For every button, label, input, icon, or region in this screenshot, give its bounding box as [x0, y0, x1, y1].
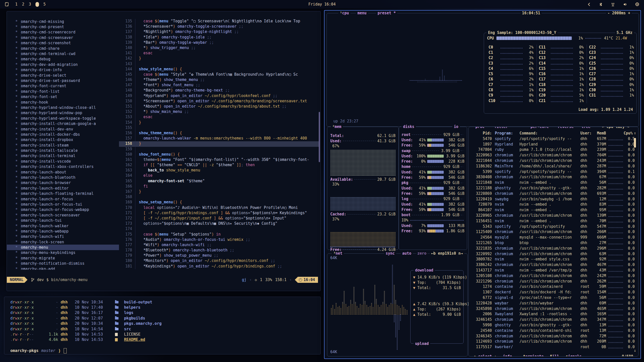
process-row[interactable]: 3220965chromium/usr/lib/chromium/chromdh…	[472, 213, 633, 218]
code-editor[interactable]: 135 case $(menu "Toggle" "▢ Screensaver\…	[119, 19, 319, 270]
preset-button[interactable]: preset *	[376, 11, 397, 16]
file-item[interactable]: *omarchy-launch-screensaver	[7, 212, 119, 218]
file-item[interactable]: *omarchy-launch-or-focus-tui	[7, 202, 119, 207]
file-item[interactable]: *omarchy-dev-add-migration	[7, 62, 119, 67]
process-row[interactable]: 24540containe/usr/bin/containerd-shiroot…	[472, 328, 633, 333]
file-name[interactable]: build-output	[124, 300, 152, 304]
process-row[interactable]: 6772signal-d/proc/self/exe --type=rdhh56…	[472, 295, 633, 300]
tree-toggle[interactable]: tree	[580, 127, 592, 129]
file-item[interactable]: *omarchy-launch-bluetooth	[7, 175, 119, 180]
process-row[interactable]: 3830408chromium/usr/lib/chromium/chromdh…	[472, 174, 633, 180]
select-action[interactable]: ↑ select ↓	[474, 354, 496, 356]
sort-column-switcher[interactable]: ← cpu lazy →	[600, 127, 631, 129]
process-row[interactable]: 1221848nvimnvim --embed .dhh56M0.0	[472, 180, 633, 185]
file-name[interactable]: logs	[124, 310, 133, 315]
file-item[interactable]: *omarchy-menu-keybindings	[7, 250, 119, 255]
process-row[interactable]: 1220419swaybg/usr/bin/swaybg -i /homdhh1…	[472, 196, 633, 202]
process-row[interactable]: 3221296chromium/usr/lib/chromium/chromdh…	[472, 279, 633, 284]
file-item[interactable]: *omarchy-launch-tui	[7, 218, 119, 223]
reverse-toggle[interactable]: reverse	[556, 127, 575, 129]
file-item[interactable]: *omarchy-debug	[7, 57, 119, 62]
file-item[interactable]: *omarchy-hyprland-window-pop	[7, 110, 119, 116]
workspace-3[interactable]: 3	[29, 2, 31, 7]
tab-net[interactable]: ³net	[332, 251, 344, 256]
info-action[interactable]: info ↵	[503, 354, 516, 356]
process-row[interactable]: 3245898chromium/usr/lib/chromium/chromdh…	[472, 306, 633, 311]
process-row[interactable]: 1205108chromium/usr/lib/chromium/chromdh…	[472, 273, 633, 279]
file-name[interactable]: pkgbuilds	[124, 316, 145, 321]
file-item[interactable]: *omarchy-launch-wifi	[7, 234, 119, 239]
file-item[interactable]: *omarchy-install-steam	[7, 143, 119, 148]
file-item[interactable]: *omarchy-font-set	[7, 94, 119, 99]
file-item[interactable]: *omarchy-install-vscode	[7, 159, 119, 164]
file-item[interactable]: *omarchy-launch-editor	[7, 186, 119, 191]
file-item[interactable]: *omarchy-lock-screen	[7, 239, 119, 245]
file-item[interactable]: *omarchy-cmd-screensaver	[7, 35, 119, 40]
workspace-1[interactable]: 1	[15, 2, 18, 7]
process-row[interactable]: 1124693chromium/usr/lib/chromium/chromdh…	[472, 339, 633, 344]
process-row[interactable]: 3246145chromium/usr/lib/chromium/chromdh…	[472, 317, 633, 322]
tab-mem[interactable]: ²mem	[331, 124, 343, 129]
process-row[interactable]: 5998ghostty/usr/bin/ghostty --gtk-dhh13M…	[472, 322, 633, 328]
process-row[interactable]: 3220992chromium/usr/lib/chromium/chromdh…	[472, 251, 633, 257]
file-item[interactable]: *omarchy-launch-browser	[7, 180, 119, 186]
cpu-chip-icon[interactable]	[635, 2, 639, 7]
process-row[interactable]: 864107nvimnvim --embed .dhh95M0.0	[472, 207, 633, 213]
file-item[interactable]: *omarchy-menu	[7, 245, 119, 250]
workspace-2[interactable]: 2	[22, 2, 24, 7]
terminate-action[interactable]: terminate	[523, 354, 544, 356]
file-item[interactable]: *omarchy-pkg-add	[7, 266, 119, 270]
file-item[interactable]: *omarchy-hyprland-window-close-all	[7, 105, 119, 110]
tab-disks[interactable]: disks	[401, 124, 416, 129]
process-row[interactable]: 1221265btopbtopdhh27M0.0	[472, 240, 633, 246]
process-row[interactable]: 3221835chromium/usr/lib/chromium/chromdh…	[472, 246, 633, 251]
network-antenna-icon[interactable]	[611, 2, 615, 7]
net-sync-toggle[interactable]: sync	[384, 251, 396, 256]
process-row[interactable]: 1897HyprlandHyprlanddhh370M0.0	[472, 142, 633, 147]
tab-proc[interactable]: ⁴proc	[472, 127, 486, 129]
file-item[interactable]: *omarchy-font-list	[7, 89, 119, 94]
file-item[interactable]: *omarchy-launch-webapp	[7, 229, 119, 234]
process-row[interactable]: 1274containe/usr/bin/containerdroot59M0.…	[472, 284, 633, 290]
file-name[interactable]: pkgs.omarchy.org	[124, 321, 162, 326]
process-row[interactable]: 3809782nvimnvim --embed style.cssdhh92M0…	[472, 257, 633, 262]
file-item[interactable]: *omarchy-install-dropbox	[7, 137, 119, 143]
tab-cpu[interactable]: ¹cpu	[338, 11, 350, 16]
file-item[interactable]: *omarchy-install-terminal	[7, 153, 119, 159]
editor-scrollbar[interactable]	[319, 112, 320, 162]
file-item[interactable]: *omarchy-hook	[7, 100, 119, 105]
per-core-toggle[interactable]: per-core	[529, 127, 550, 129]
volume-icon[interactable]	[623, 2, 627, 7]
file-item[interactable]: *omarchy-font-current	[7, 83, 119, 89]
filter-button[interactable]: filter	[493, 127, 509, 129]
process-row[interactable]: 1186302MainThre/home/dhh/.local/share/dh…	[472, 163, 633, 169]
file-item[interactable]: *omarchy-cmd-screenrecord	[7, 30, 119, 35]
process-row[interactable]: 1221188ghostty/usr/bin/ghostty --gtk-dhh…	[472, 185, 633, 191]
file-item[interactable]: *omarchy-migrate	[7, 255, 119, 261]
process-row[interactable]: 24564mysqldmysqld --max-connection999666…	[472, 235, 633, 240]
scrollbar-thumb[interactable]	[634, 138, 636, 148]
clock[interactable]: Friday 16:04	[308, 2, 336, 7]
file-item[interactable]: *omarchy-install-dev-env	[7, 126, 119, 132]
expand-chevron-icon[interactable]	[587, 2, 591, 7]
net-interface-switcher[interactable]: ←b enp191s0 n→	[430, 251, 464, 256]
process-row[interactable]: 3220869chromium/usr/lib/chromium/chromdh…	[472, 191, 633, 196]
kill-action[interactable]: Kill	[550, 354, 559, 356]
process-row[interactable]: 1307dockerd/usr/bin/dockerd -H fd:root15…	[472, 289, 633, 295]
file-item[interactable]: *omarchy-launch-about	[7, 169, 119, 175]
process-row[interactable]: 5470spotify/opt/spotify/spotify --dhh657…	[472, 136, 633, 142]
file-item[interactable]: *omarchy-cmd-terminal-cwd	[7, 51, 119, 56]
file-item[interactable]: *omarchy-launch-or-focus	[7, 196, 119, 202]
file-item[interactable]: *omarchy-install-xbox-controllers	[7, 164, 119, 169]
file-item[interactable]: *omarchy-install-docker-dbs	[7, 132, 119, 137]
file-item[interactable]: *omarchy-cmd-missing	[7, 19, 119, 24]
file-name[interactable]: README.md	[124, 337, 145, 342]
file-name[interactable]: helpers	[124, 305, 140, 310]
file-item[interactable]: *omarchy-drive-select	[7, 73, 119, 78]
process-row[interactable]: 3220963chromium/usr/lib/chromium/chromdh…	[472, 152, 633, 158]
process-row[interactable]: 1156451nvimnvim --embed .dhh70M0.0	[472, 218, 633, 224]
net-auto-toggle[interactable]: auto	[401, 251, 413, 256]
os-logo-icon[interactable]	[5, 2, 9, 7]
process-row[interactable]: 1220428waybar/usr/bin/waybardhh69M0.0	[472, 300, 633, 306]
process-row[interactable]: 5399spotify/opt/spotify/spotify --dhh394…	[472, 169, 633, 174]
